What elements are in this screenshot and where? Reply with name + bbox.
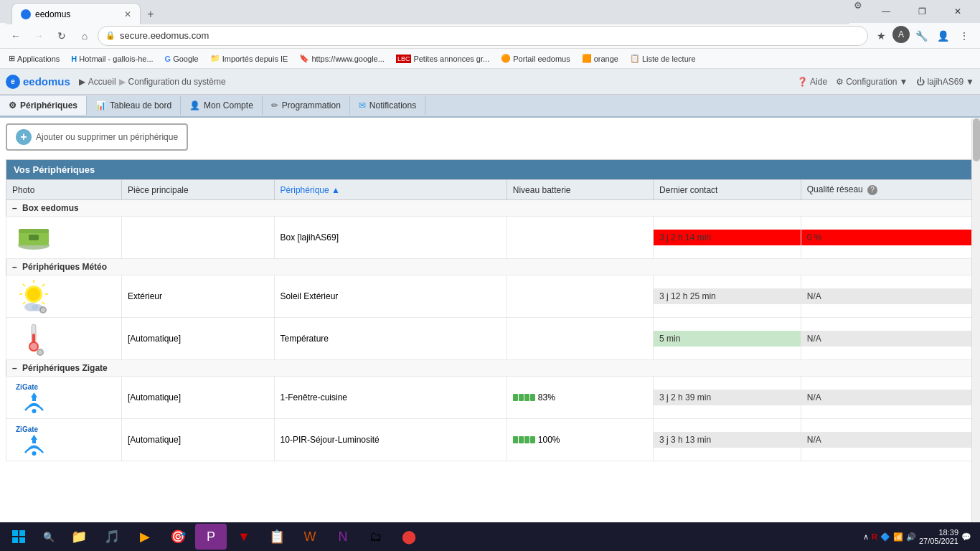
contact-value: 3 j 3 h 13 min <box>654 432 801 448</box>
refresh-button[interactable]: ↻ <box>52 26 72 46</box>
taskbar-search-button[interactable]: 🔍 <box>36 524 62 550</box>
tab-tableau-de-bord[interactable]: 📊 Tableau de bord <box>87 96 181 115</box>
maximize-button[interactable]: ❐ <box>905 0 938 23</box>
forward-button[interactable]: → <box>29 26 49 46</box>
notification-icon[interactable]: 💬 <box>961 532 971 542</box>
taskbar-app-1[interactable]: 📁 <box>63 524 95 550</box>
bookmark-apps[interactable]: ⊞ Applications <box>6 52 62 65</box>
bookmarks-bar: ⊞ Applications H Hotmail - gallois-he...… <box>0 49 980 69</box>
user-profile-icon[interactable]: 👤 <box>933 26 953 46</box>
tab-close-btn[interactable]: ✕ <box>124 9 131 19</box>
address-bar[interactable]: 🔒 secure.eedomus.com <box>98 26 868 46</box>
section-meteo-label: Périphériques Météo <box>22 262 107 272</box>
device-piece-cell <box>121 217 274 259</box>
taskbar-right: ∧ R 🔷 📶 🔊 18:39 27/05/2021 💬 <box>863 528 977 545</box>
breadcrumb-accueil[interactable]: Accueil <box>88 77 116 87</box>
taskbar-app-2[interactable]: 🎵 <box>96 524 128 550</box>
new-tab-button[interactable]: + <box>141 4 161 24</box>
bookmark-hotmail[interactable]: H Hotmail - gallois-he... <box>68 53 156 65</box>
device-photo-cell: ZiGate <box>6 377 122 419</box>
bookmark-eedomus[interactable]: 🟠 Portail eedomus <box>498 52 573 65</box>
taskbar-app-3[interactable]: ▶ <box>129 524 161 550</box>
scrollbar-thumb[interactable] <box>973 118 980 161</box>
tab-programmation[interactable]: ✏ Programmation <box>263 96 350 115</box>
help-button[interactable]: ❓ Aide <box>797 77 827 87</box>
tab-mon-compte[interactable]: 👤 Mon Compte <box>181 96 263 115</box>
app-logo[interactable]: e eedomus <box>6 75 70 89</box>
table-header-cell: Vos Périphériques <box>6 160 974 180</box>
taskbar-app-4[interactable]: 🎯 <box>162 524 194 550</box>
svg-text:ZiGate: ZiGate <box>16 383 39 391</box>
extensions-icon[interactable]: 🔧 <box>911 26 931 46</box>
breadcrumb-config[interactable]: Configuration du système <box>128 77 226 87</box>
device-reseau-cell: N/A <box>801 419 974 461</box>
taskbar-app-11[interactable]: ⬤ <box>393 524 425 550</box>
taskbar-app-5[interactable]: P <box>195 524 227 550</box>
svg-point-21 <box>30 343 37 350</box>
start-button[interactable] <box>3 524 34 550</box>
user-label: lajihAS69 <box>927 77 963 87</box>
minimize-button[interactable]: — <box>870 0 903 23</box>
svg-rect-33 <box>19 530 25 536</box>
nav-tabs: ⚙ Périphériques 📊 Tableau de bord 👤 Mon … <box>0 95 980 118</box>
svg-rect-31 <box>32 439 36 443</box>
bookmark-imports-label: Importés depuis IE <box>222 55 288 63</box>
home-button[interactable]: ⌂ <box>75 26 95 46</box>
tab-notifications[interactable]: ✉ Notifications <box>350 96 425 115</box>
device-piece-cell: Extérieur <box>121 276 274 318</box>
contact-value: 3 j 2 h 14 min <box>654 230 801 245</box>
content-area: + Ajouter ou supprimer un périphérique V… <box>0 118 980 522</box>
add-device-label: Ajouter ou supprimer un périphérique <box>36 132 178 142</box>
user-button[interactable]: ⏻ lajihAS69 ▼ <box>916 77 974 87</box>
taskbar-chevron-icon[interactable]: ∧ <box>863 532 869 542</box>
taskbar-app-9[interactable]: N <box>327 524 359 550</box>
back-button[interactable]: ← <box>6 26 26 46</box>
device-contact-cell: 3 j 3 h 13 min <box>654 419 801 461</box>
breadcrumb: ▶ Accueil ▶ Configuration du système <box>79 77 226 87</box>
address-text: secure.eedomus.com <box>120 30 209 41</box>
browser-tab[interactable]: eedomus ✕ <box>11 3 141 24</box>
col-peripherique[interactable]: Périphérique ▲ <box>274 180 507 200</box>
bookmark-google[interactable]: G Google <box>162 53 202 65</box>
google2-icon: 🔖 <box>299 54 309 63</box>
battery-value: 100% <box>538 435 560 445</box>
tab-peripheriques[interactable]: ⚙ Périphériques <box>0 96 87 115</box>
bookmark-petites-label: Petites annonces gr... <box>413 55 489 63</box>
bookmark-orange-label: orange <box>594 55 618 63</box>
config-dropdown-arrow: ▼ <box>900 77 908 87</box>
app-header-right: ❓ Aide ⚙ Configuration ▼ ⏻ lajihAS69 ▼ <box>797 77 974 87</box>
bookmark-imports[interactable]: 📁 Importés depuis IE <box>207 52 291 65</box>
date-value: 27/05/2021 <box>919 537 958 545</box>
info-icon[interactable]: ? <box>867 185 877 195</box>
reseau-text: N/A <box>807 392 821 402</box>
bookmark-orange[interactable]: 🟧 orange <box>579 52 621 65</box>
bookmark-google2[interactable]: 🔖 https://www.google... <box>296 52 387 65</box>
win-settings-icon[interactable]: ⚙ <box>849 0 867 23</box>
tab-notif-icon: ✉ <box>359 100 366 110</box>
device-battery-cell: 83% <box>507 377 653 419</box>
volume-icon[interactable]: 🔊 <box>906 532 916 542</box>
close-button[interactable]: ✕ <box>941 0 974 23</box>
svg-rect-34 <box>12 537 18 543</box>
add-device-button[interactable]: + Ajouter ou supprimer un périphérique <box>6 123 188 151</box>
taskbar-app-8[interactable]: W <box>294 524 326 550</box>
table-row: ZiGate [Automatique] 1-Fenêtre-cuis <box>6 377 974 419</box>
bookmark-petites[interactable]: LBC Petites annonces gr... <box>393 53 492 65</box>
taskbar-app-6[interactable]: ▼ <box>228 524 260 550</box>
box-svg-icon <box>16 225 52 250</box>
help-label: Aide <box>810 77 827 87</box>
taskbar-app-7[interactable]: 📋 <box>261 524 293 550</box>
bookmark-star-icon[interactable]: ★ <box>871 26 891 46</box>
device-photo-cell <box>6 276 122 318</box>
scrollbar-track[interactable] <box>971 118 980 522</box>
device-battery-cell <box>507 217 653 259</box>
contact-text: 5 min <box>659 334 680 344</box>
taskbar-app-10[interactable]: 🗂 <box>360 524 392 550</box>
tab-prog-label: Programmation <box>282 100 341 110</box>
profile-icon[interactable]: A <box>892 26 910 43</box>
bookmark-google2-label: https://www.google... <box>311 55 385 63</box>
device-table: Vos Périphériques Photo Pièce principale… <box>6 159 974 461</box>
menu-button[interactable]: ⋮ <box>954 26 974 46</box>
config-button[interactable]: ⚙ Configuration ▼ <box>836 77 908 87</box>
bookmark-reading-list[interactable]: 📋 Liste de lecture <box>627 52 699 65</box>
